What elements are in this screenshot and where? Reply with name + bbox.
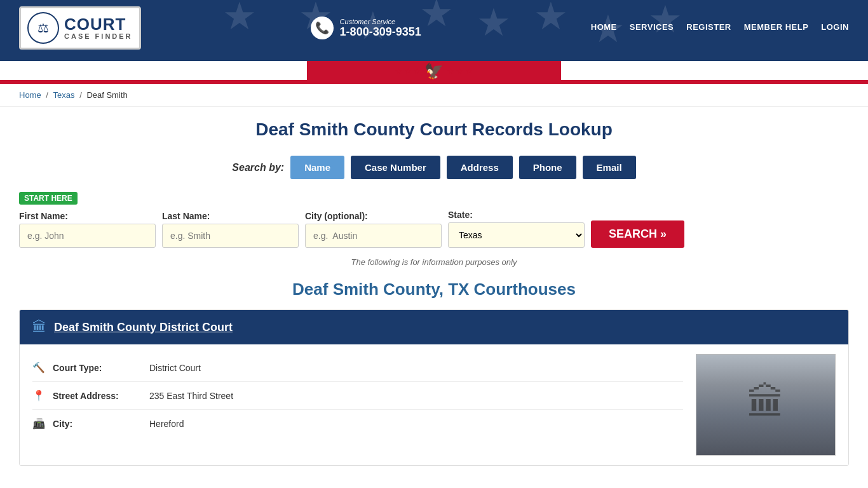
tab-name[interactable]: Name bbox=[290, 156, 344, 179]
search-form: First Name: Last Name: City (optional): … bbox=[19, 210, 849, 248]
state-select[interactable]: Texas Alabama Alaska Arizona Arkansas Ca… bbox=[448, 222, 585, 248]
courthouse-header: 🏛 Deaf Smith County District Court bbox=[20, 310, 848, 344]
court-type-value: District Court bbox=[149, 363, 201, 373]
logo-court-text: COURT bbox=[64, 16, 133, 32]
city-input[interactable] bbox=[305, 224, 442, 248]
city-icon: 📠 bbox=[32, 417, 45, 430]
breadcrumb-home[interactable]: Home bbox=[19, 90, 41, 100]
courthouse-card: 🏛 Deaf Smith County District Court 🔨 Cou… bbox=[19, 309, 849, 466]
state-group: State: Texas Alabama Alaska Arizona Arka… bbox=[448, 210, 585, 248]
info-row-type: 🔨 Court Type: District Court bbox=[32, 354, 683, 382]
search-section: Search by: Name Case Number Address Phon… bbox=[19, 156, 849, 179]
site-header: ★ ★ ★ ★ ★ ★ ★ ★ ⚖ COURT CASE FINDER 📞 Cu… bbox=[0, 0, 868, 56]
nav-member-help[interactable]: MEMBER HELP bbox=[744, 22, 809, 34]
breadcrumb-county: Deaf Smith bbox=[86, 90, 127, 100]
info-note: The following is for information purpose… bbox=[19, 257, 849, 267]
star-right: ★ ★ ★ bbox=[447, 67, 473, 76]
start-here-badge: START HERE bbox=[19, 192, 78, 205]
breadcrumb-sep2: / bbox=[79, 90, 84, 100]
form-container: START HERE First Name: Last Name: City (… bbox=[19, 192, 849, 257]
search-by-row: Search by: Name Case Number Address Phon… bbox=[19, 156, 849, 179]
nav-home[interactable]: HOME bbox=[591, 22, 617, 34]
main-content: Deaf Smith County Court Records Lookup S… bbox=[0, 107, 868, 488]
info-row-address: 📍 Street Address: 235 East Third Street bbox=[32, 382, 683, 410]
tab-case-number[interactable]: Case Number bbox=[351, 156, 440, 179]
customer-service: 📞 Customer Service 1-800-309-9351 bbox=[311, 17, 421, 39]
nav-services[interactable]: SERVICES bbox=[630, 22, 674, 34]
nav-register[interactable]: REGISTER bbox=[686, 22, 731, 34]
eagle-icon: 🦅 bbox=[424, 62, 444, 80]
court-type-label: Court Type: bbox=[53, 363, 142, 373]
courthouses-title: Deaf Smith County, TX Courthouses bbox=[19, 280, 849, 299]
court-type-icon: 🔨 bbox=[32, 362, 45, 374]
banner-curve: ★ ★ ★ 🦅 ★ ★ ★ bbox=[0, 61, 868, 80]
courthouse-icon: 🏛 bbox=[32, 319, 46, 336]
tab-email[interactable]: Email bbox=[583, 156, 636, 179]
cs-phone: 1-800-309-9351 bbox=[340, 25, 421, 38]
state-label: State: bbox=[448, 210, 585, 220]
breadcrumb: Home / Texas / Deaf Smith bbox=[0, 84, 868, 107]
courthouse-name-link[interactable]: Deaf Smith County District Court bbox=[54, 321, 233, 334]
eagle-banner: ★ ★ ★ 🦅 ★ ★ ★ bbox=[395, 61, 472, 80]
tab-address[interactable]: Address bbox=[447, 156, 513, 179]
search-button[interactable]: SEARCH » bbox=[591, 220, 684, 248]
tab-phone[interactable]: Phone bbox=[519, 156, 576, 179]
page-title: Deaf Smith County Court Records Lookup bbox=[19, 119, 849, 140]
courthouse-photo bbox=[696, 355, 835, 455]
address-label: Street Address: bbox=[53, 391, 142, 401]
first-name-label: First Name: bbox=[19, 211, 156, 221]
last-name-group: Last Name: bbox=[162, 211, 299, 248]
logo-finder-text: CASE FINDER bbox=[64, 32, 133, 40]
cs-label: Customer Service bbox=[340, 18, 421, 25]
address-icon: 📍 bbox=[32, 390, 45, 402]
last-name-label: Last Name: bbox=[162, 211, 299, 221]
logo[interactable]: ⚖ COURT CASE FINDER bbox=[19, 6, 141, 50]
first-name-input[interactable] bbox=[19, 224, 156, 248]
breadcrumb-sep1: / bbox=[46, 90, 50, 100]
address-value: 235 East Third Street bbox=[149, 391, 233, 401]
city-info-label: City: bbox=[53, 419, 142, 429]
last-name-input[interactable] bbox=[162, 224, 299, 248]
header-bottom-bar bbox=[0, 56, 868, 61]
star-left: ★ ★ ★ bbox=[395, 67, 421, 76]
logo-emblem: ⚖ bbox=[27, 12, 59, 44]
courthouse-info: 🔨 Court Type: District Court 📍 Street Ad… bbox=[32, 354, 683, 456]
city-label: City (optional): bbox=[305, 211, 442, 221]
form-row: First Name: Last Name: City (optional): … bbox=[19, 210, 849, 248]
courthouse-body: 🔨 Court Type: District Court 📍 Street Ad… bbox=[20, 344, 848, 465]
city-info-value: Hereford bbox=[149, 419, 184, 429]
city-group: City (optional): bbox=[305, 211, 442, 248]
info-row-city: 📠 City: Hereford bbox=[32, 410, 683, 437]
breadcrumb-state[interactable]: Texas bbox=[53, 90, 75, 100]
nav-login[interactable]: LOGIN bbox=[821, 22, 849, 34]
main-nav: HOME SERVICES REGISTER MEMBER HELP LOGIN bbox=[591, 22, 849, 34]
phone-icon: 📞 bbox=[311, 17, 334, 39]
first-name-group: First Name: bbox=[19, 211, 156, 248]
search-by-label: Search by: bbox=[232, 162, 284, 173]
courthouse-image bbox=[696, 354, 836, 456]
